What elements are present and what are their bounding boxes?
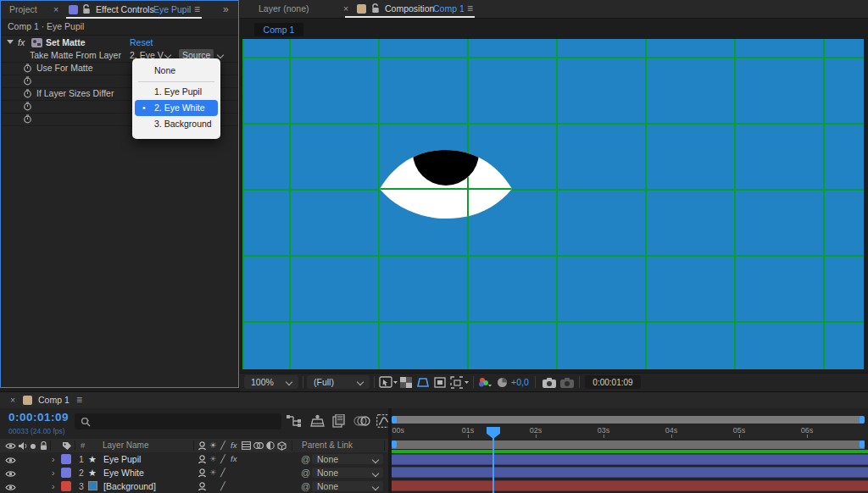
time-navigator-bar[interactable] <box>392 416 865 424</box>
adjustment-column-icon[interactable] <box>266 441 275 450</box>
collapse-switch-icon[interactable]: ☀ <box>209 452 217 466</box>
effects-column-icon[interactable]: fx <box>231 439 236 452</box>
number-column-header[interactable]: # <box>81 439 85 452</box>
expand-chevron-icon[interactable]: › <box>52 479 55 493</box>
tab-effect-controls-target[interactable]: Eye Pupil <box>153 4 191 14</box>
solo-column-icon[interactable] <box>31 444 36 449</box>
work-area-bar[interactable] <box>392 440 865 449</box>
magnification-select[interactable]: 100% <box>244 375 298 389</box>
parent-link-column-header[interactable]: Parent & Link <box>302 439 353 452</box>
collapse-switch-icon[interactable]: ☀ <box>209 466 217 479</box>
composition-canvas[interactable] <box>242 39 864 369</box>
panel-label-chip[interactable] <box>69 5 78 14</box>
tab-project[interactable]: Project <box>9 4 37 14</box>
layer-name[interactable]: Eye White <box>103 466 144 479</box>
visibility-eye-icon[interactable] <box>5 470 16 478</box>
stopwatch-icon[interactable] <box>23 89 32 98</box>
frame-blend-column-icon[interactable] <box>242 441 251 450</box>
mask-visibility-icon[interactable] <box>416 377 430 388</box>
search-input[interactable] <box>75 413 281 429</box>
visibility-eye-icon[interactable] <box>5 484 16 491</box>
parent-select[interactable]: None <box>312 454 383 464</box>
work-area-start-handle[interactable] <box>392 440 397 448</box>
lock-column-icon[interactable] <box>40 441 47 451</box>
audio-column-icon[interactable] <box>18 441 27 451</box>
view-options-icon[interactable] <box>379 376 398 389</box>
exposure-icon[interactable] <box>497 377 508 388</box>
parent-select[interactable]: None <box>312 468 383 478</box>
tab-layer[interactable]: Layer (none) <box>259 3 309 14</box>
timeline-close-icon[interactable]: × <box>10 395 15 405</box>
navigator-end-handle[interactable] <box>860 416 865 424</box>
tab-composition-name[interactable]: Comp 1 <box>433 3 465 14</box>
quality-switch-icon[interactable]: ╱ <box>220 452 225 466</box>
pick-whip-icon[interactable]: @ <box>301 452 310 466</box>
navigator-start-handle[interactable] <box>392 416 397 424</box>
menu-item-eye-white-selected[interactable]: • 2. Eye White <box>135 100 218 116</box>
layer-duration-bar-2[interactable] <box>392 467 868 478</box>
composition-close-icon[interactable]: × <box>343 3 348 14</box>
twirl-down-icon[interactable] <box>7 40 14 44</box>
tab-overflow-icon[interactable]: » <box>223 3 229 15</box>
motion-blur-column-icon[interactable] <box>253 441 264 450</box>
region-of-interest-icon[interactable] <box>434 377 446 388</box>
draft-3d-icon[interactable] <box>310 414 325 428</box>
resolution-select[interactable]: (Full) <box>307 375 370 389</box>
panel-menu-icon[interactable]: ≡ <box>194 3 200 15</box>
grid-guides-options-icon[interactable] <box>450 376 469 389</box>
pick-whip-icon[interactable]: @ <box>301 466 310 479</box>
timeline-tab[interactable]: Comp 1 <box>38 395 70 405</box>
tab-effect-controls[interactable]: Effect Controls <box>96 4 154 14</box>
current-timecode[interactable]: 0:00:01:09 <box>8 411 69 424</box>
pick-whip-icon[interactable]: @ <box>301 479 310 493</box>
shy-column-icon[interactable] <box>198 441 207 451</box>
frame-blend-icon[interactable] <box>332 414 346 428</box>
layer-label-chip[interactable] <box>61 454 71 464</box>
shy-switch-icon[interactable] <box>198 468 207 478</box>
shy-switch-icon[interactable] <box>198 482 207 491</box>
label-column-icon[interactable] <box>62 441 72 451</box>
stopwatch-icon[interactable] <box>23 76 32 86</box>
expand-chevron-icon[interactable]: › <box>52 466 55 479</box>
video-column-eye-icon[interactable] <box>5 442 16 450</box>
menu-item-background[interactable]: 3. Background <box>132 116 220 132</box>
panel-menu-icon[interactable]: ≡ <box>467 3 473 14</box>
three-d-column-icon[interactable] <box>277 441 287 451</box>
expand-chevron-icon[interactable]: › <box>52 452 55 466</box>
stopwatch-icon[interactable] <box>23 102 32 111</box>
viewer-timecode[interactable]: 0:00:01:09 <box>585 375 641 389</box>
take-snapshot-icon[interactable] <box>542 377 556 388</box>
effect-header-row[interactable]: fx Set Matte Reset <box>1 36 238 49</box>
shy-switch-icon[interactable] <box>198 455 207 464</box>
unlock-icon[interactable] <box>371 3 380 14</box>
panel-menu-icon[interactable]: ≡ <box>76 394 82 406</box>
unlock-icon[interactable] <box>82 4 91 14</box>
chevron-down-icon[interactable] <box>164 52 171 58</box>
motion-blur-icon[interactable] <box>353 415 370 427</box>
layer-duration-bar-1[interactable] <box>392 454 868 465</box>
layer-row-2[interactable]: › 2 ★ Eye White ☀ ╱ @ None <box>0 466 388 480</box>
tab-composition[interactable]: Composition <box>385 3 434 14</box>
collapse-column-icon[interactable]: ☀ <box>209 439 217 452</box>
layer-name[interactable]: [Background] <box>103 479 156 493</box>
timeline-label-chip[interactable] <box>23 396 32 405</box>
project-close-icon[interactable]: × <box>53 4 58 14</box>
quality-switch-icon[interactable]: ╱ <box>220 466 225 479</box>
reset-button[interactable]: Reset <box>130 36 153 49</box>
layer-duration-bar-3[interactable] <box>392 480 868 491</box>
stopwatch-icon[interactable] <box>23 114 32 124</box>
viewer-comp-tab[interactable]: Comp 1 <box>254 23 303 36</box>
visibility-eye-icon[interactable] <box>5 457 16 464</box>
layer-label-chip[interactable] <box>61 481 71 491</box>
transparency-grid-icon[interactable] <box>400 377 412 388</box>
layer-name-column-header[interactable]: Layer Name <box>103 439 148 452</box>
layer-name[interactable]: Eye Pupil <box>103 452 141 466</box>
panel-label-chip[interactable] <box>357 4 366 14</box>
quality-switch-icon[interactable]: ╱ <box>220 479 225 493</box>
mini-flowchart-icon[interactable] <box>287 415 302 428</box>
chevron-down-icon[interactable] <box>217 52 224 58</box>
parent-select[interactable]: None <box>312 481 383 491</box>
menu-item-eye-pupil[interactable]: 1. Eye Pupil <box>132 84 220 100</box>
stopwatch-icon[interactable] <box>23 64 32 73</box>
channels-icon[interactable] <box>478 377 492 388</box>
